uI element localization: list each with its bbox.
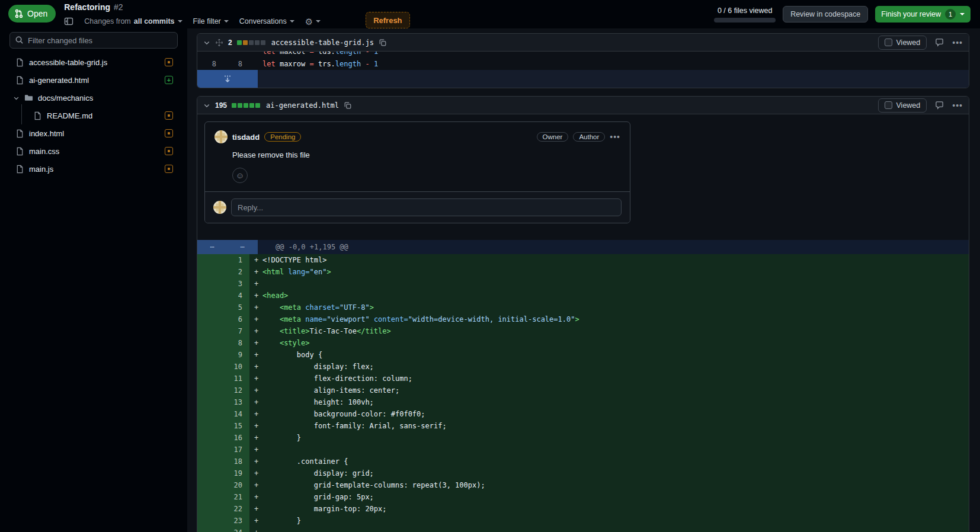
viewed-checkbox[interactable]	[885, 101, 892, 109]
diff-sign: +	[249, 337, 262, 349]
code-segment	[370, 60, 374, 68]
pr-state-badge[interactable]: Open	[8, 5, 56, 23]
viewed-toggle[interactable]: Viewed	[878, 98, 927, 113]
new-line-number: 24	[223, 527, 249, 532]
diff-line-added[interactable]: 23+ }	[197, 515, 969, 527]
diff-lines: 1+<!DOCTYPE html>2+<html lang="en">3+4+<…	[197, 254, 969, 532]
code-segment: maxcol	[276, 52, 310, 56]
expand-hunk-button[interactable]: ⋯ ⋯	[197, 240, 258, 254]
code-line[interactable]: 8 8 let maxrow = trs.length - 1	[197, 58, 969, 70]
code-content: <!DOCTYPE html>	[262, 254, 969, 266]
diff-line-added[interactable]: 21+ grid-gap: 5px;	[197, 491, 969, 503]
diff-sign: +	[249, 467, 262, 479]
diff-line-added[interactable]: 9+ body {	[197, 349, 969, 361]
viewed-checkbox[interactable]	[885, 39, 892, 46]
chevron-down-icon	[13, 95, 20, 101]
code-segment: tds.	[314, 52, 335, 56]
ellipsis-icon: ⋯	[197, 240, 228, 254]
tree-item-label: main.css	[29, 147, 59, 156]
status-square	[165, 129, 173, 137]
pending-comments-count: 1	[945, 9, 956, 20]
chevron-down-icon	[960, 13, 965, 15]
comment-options-kebab[interactable]: •••	[610, 132, 620, 142]
diff-line-added[interactable]: 6+ <meta name="viewport" content="width=…	[197, 313, 969, 325]
author-badge: Author	[573, 132, 605, 142]
diff-line-added[interactable]: 16+ }	[197, 432, 969, 444]
avatar[interactable]	[214, 130, 228, 143]
diff-sign: +	[249, 373, 262, 384]
changed-files-tree: accessible-table-grid.jsai-generated.htm…	[0, 53, 187, 178]
file-name: accessible-table-grid.js	[271, 39, 374, 47]
comment-button[interactable]	[935, 38, 944, 47]
diff-line-added[interactable]: 4+<head>	[197, 290, 969, 302]
diff-line-added[interactable]: 15+ font-family: Arial, sans-serif;	[197, 420, 969, 432]
diff-line-added[interactable]: 11+ flex-direction: column;	[197, 373, 969, 384]
add-reaction-button[interactable]: ☺	[232, 168, 248, 183]
copy-path-button[interactable]	[344, 101, 352, 110]
filter-changed-files-input[interactable]	[9, 32, 178, 49]
changes-from-dropdown[interactable]: Changes from all commits	[84, 17, 182, 25]
sidebar-item-accessible-table-grid-js[interactable]: accessible-table-grid.js	[0, 53, 187, 71]
file-options-kebab[interactable]: •••	[952, 101, 963, 110]
new-line-number: 4	[223, 290, 249, 302]
code-segment: }	[262, 434, 301, 442]
drag-handle-icon[interactable]	[215, 39, 223, 47]
code-segment: =	[309, 60, 313, 68]
code-segment: maxrow	[276, 60, 310, 68]
diff-settings-dropdown[interactable]: ⚙	[305, 17, 321, 26]
diff-line-added[interactable]: 10+ display: flex;	[197, 361, 969, 373]
diff-line-added[interactable]: 8+ <style>	[197, 337, 969, 349]
new-line-number: 15	[223, 420, 249, 432]
diff-line-added[interactable]: 19+ display: grid;	[197, 467, 969, 479]
review-in-codespace-button[interactable]: Review in codespace	[783, 6, 868, 23]
sidebar-item-index-html[interactable]: index.html	[0, 124, 187, 142]
sidebar-item-docs-mechanics[interactable]: docs/mechanics	[0, 89, 187, 107]
code-segment	[370, 315, 374, 323]
reply-input[interactable]	[231, 198, 622, 216]
new-line-number: 17	[223, 444, 249, 456]
file-icon	[15, 76, 24, 85]
copy-path-button[interactable]	[379, 39, 387, 47]
sidebar-item-readme-md[interactable]: README.md	[0, 107, 187, 124]
sidebar-item-main-js[interactable]: main.js	[0, 160, 187, 178]
comment-button[interactable]	[935, 101, 944, 110]
diff-line-added[interactable]: 14+ background-color: #f0f0f0;	[197, 408, 969, 420]
comment-author[interactable]: tisdadd	[232, 133, 260, 142]
sidebar-item-main-css[interactable]: main.css	[0, 142, 187, 160]
chevron-down-icon	[178, 20, 182, 23]
sidebar-item-ai-generated-html[interactable]: ai-generated.html+	[0, 71, 187, 89]
diff-line-added[interactable]: 5+ <meta charset="UTF-8">	[197, 302, 969, 313]
tree-item-label: ai-generated.html	[29, 76, 89, 85]
sidebar-toggle-button[interactable]	[64, 17, 73, 26]
viewed-toggle[interactable]: Viewed	[878, 36, 927, 50]
diff-controls-row: Changes from all commits File filter Con…	[64, 15, 409, 27]
code-segment: body {	[262, 351, 322, 359]
diff-line-added[interactable]: 17+	[197, 444, 969, 456]
finish-review-button[interactable]: Finish your review 1	[875, 6, 971, 23]
collapse-file-button[interactable]	[203, 39, 210, 46]
expand-down-button[interactable]	[197, 70, 258, 88]
refresh-button[interactable]: Refresh	[366, 12, 409, 28]
smiley-icon: ☺	[236, 171, 244, 180]
diff-line-added[interactable]: 24+	[197, 527, 969, 532]
diff-line-added[interactable]: 2+<html lang="en">	[197, 266, 969, 278]
diff-line-added[interactable]: 20+ grid-template-columns: repeat(3, 100…	[197, 479, 969, 491]
modified-dot	[168, 132, 170, 134]
file-filter-dropdown[interactable]: File filter	[193, 17, 229, 25]
conversations-dropdown[interactable]: Conversations	[239, 17, 294, 25]
diff-line-added[interactable]: 18+ .container {	[197, 456, 969, 467]
status-square	[165, 147, 173, 155]
file-header-actions: Viewed •••	[878, 36, 963, 50]
diff-line-added[interactable]: 12+ align-items: center;	[197, 384, 969, 396]
old-line-number	[197, 432, 223, 444]
diff-line-added[interactable]: 7+ <title>Tic-Tac-Toe</title>	[197, 325, 969, 337]
diff-line-added[interactable]: 13+ height: 100vh;	[197, 396, 969, 408]
collapse-file-button[interactable]	[203, 102, 210, 109]
diff-line-added[interactable]: 1+<!DOCTYPE html>	[197, 254, 969, 266]
tree-item-label: accessible-table-grid.js	[29, 58, 107, 67]
file-options-kebab[interactable]: •••	[952, 38, 963, 47]
changes-from-value: all commits	[134, 17, 175, 25]
pull-request-icon	[14, 9, 24, 18]
diff-line-added[interactable]: 3+	[197, 278, 969, 290]
diff-line-added[interactable]: 22+ margin-top: 20px;	[197, 503, 969, 515]
